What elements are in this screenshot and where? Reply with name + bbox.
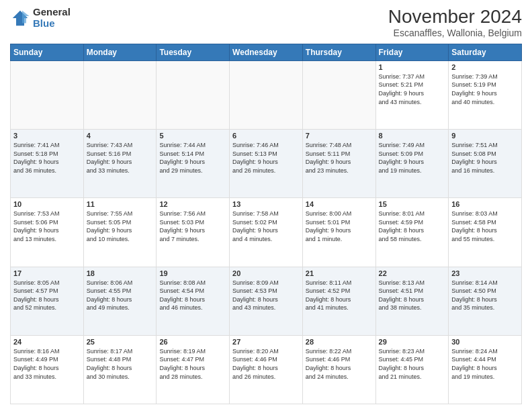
day-info: Sunrise: 8:23 AM Sunset: 4:45 PM Dayligh…	[379, 347, 446, 381]
day-info: Sunrise: 7:46 AM Sunset: 5:13 PM Dayligh…	[232, 141, 300, 175]
day-number: 2	[451, 63, 519, 71]
calendar-cell: 19Sunrise: 8:08 AM Sunset: 4:54 PM Dayli…	[157, 267, 230, 335]
col-header-wednesday: Wednesday	[230, 44, 303, 60]
calendar-cell: 9Sunrise: 7:51 AM Sunset: 5:08 PM Daylig…	[449, 130, 522, 198]
svg-marker-1	[22, 10, 30, 23]
calendar-cell: 26Sunrise: 8:19 AM Sunset: 4:47 PM Dayli…	[157, 335, 230, 404]
day-info: Sunrise: 7:43 AM Sunset: 5:16 PM Dayligh…	[87, 141, 154, 175]
day-info: Sunrise: 7:48 AM Sunset: 5:11 PM Dayligh…	[306, 141, 373, 175]
day-info: Sunrise: 7:51 AM Sunset: 5:08 PM Dayligh…	[451, 141, 519, 175]
day-number: 21	[306, 269, 373, 277]
calendar-cell: 17Sunrise: 8:05 AM Sunset: 4:57 PM Dayli…	[11, 267, 84, 335]
calendar-cell: 8Sunrise: 7:49 AM Sunset: 5:09 PM Daylig…	[375, 130, 449, 198]
day-number: 24	[13, 338, 81, 346]
col-header-thursday: Thursday	[302, 44, 375, 60]
calendar-cell: 24Sunrise: 8:16 AM Sunset: 4:49 PM Dayli…	[11, 335, 84, 404]
day-info: Sunrise: 7:41 AM Sunset: 5:18 PM Dayligh…	[13, 141, 81, 175]
day-number: 6	[232, 132, 300, 140]
calendar-cell: 18Sunrise: 8:06 AM Sunset: 4:55 PM Dayli…	[83, 267, 157, 335]
day-info: Sunrise: 8:16 AM Sunset: 4:49 PM Dayligh…	[13, 347, 81, 381]
day-number: 7	[306, 132, 373, 140]
calendar-cell: 20Sunrise: 8:09 AM Sunset: 4:53 PM Dayli…	[230, 267, 303, 335]
logo-blue: Blue	[33, 18, 71, 30]
day-number: 18	[87, 269, 154, 277]
day-info: Sunrise: 8:19 AM Sunset: 4:47 PM Dayligh…	[159, 347, 226, 381]
day-number: 4	[87, 132, 154, 140]
day-number: 30	[451, 338, 519, 346]
col-header-sunday: Sunday	[11, 44, 84, 60]
day-number: 25	[87, 338, 154, 346]
calendar-cell: 6Sunrise: 7:46 AM Sunset: 5:13 PM Daylig…	[230, 130, 303, 198]
day-number: 19	[159, 269, 226, 277]
calendar-header: SundayMondayTuesdayWednesdayThursdayFrid…	[11, 44, 522, 60]
calendar-cell: 16Sunrise: 8:03 AM Sunset: 4:58 PM Dayli…	[449, 198, 522, 267]
calendar-cell: 1Sunrise: 7:37 AM Sunset: 5:21 PM Daylig…	[375, 60, 449, 129]
day-number: 23	[451, 269, 519, 277]
day-info: Sunrise: 8:13 AM Sunset: 4:51 PM Dayligh…	[379, 279, 446, 312]
day-number: 9	[451, 132, 519, 140]
main-title: November 2024	[388, 7, 522, 28]
logo-text: General Blue	[33, 7, 71, 29]
day-number: 12	[159, 200, 226, 208]
day-info: Sunrise: 8:11 AM Sunset: 4:52 PM Dayligh…	[306, 279, 373, 312]
calendar-cell: 30Sunrise: 8:24 AM Sunset: 4:44 PM Dayli…	[449, 335, 522, 404]
day-info: Sunrise: 7:44 AM Sunset: 5:14 PM Dayligh…	[159, 141, 226, 175]
calendar-cell: 14Sunrise: 8:00 AM Sunset: 5:01 PM Dayli…	[302, 198, 375, 267]
day-number: 22	[379, 269, 446, 277]
header: General Blue November 2024 Escanaffles, …	[10, 7, 522, 38]
day-info: Sunrise: 8:09 AM Sunset: 4:53 PM Dayligh…	[232, 279, 300, 312]
day-info: Sunrise: 8:20 AM Sunset: 4:46 PM Dayligh…	[232, 347, 300, 381]
logo: General Blue	[10, 7, 71, 29]
calendar-cell: 29Sunrise: 8:23 AM Sunset: 4:45 PM Dayli…	[375, 335, 449, 404]
calendar-week-3: 10Sunrise: 7:53 AM Sunset: 5:06 PM Dayli…	[11, 198, 522, 267]
day-number: 1	[379, 63, 446, 71]
title-block: November 2024 Escanaffles, Wallonia, Bel…	[388, 7, 522, 38]
calendar-week-2: 3Sunrise: 7:41 AM Sunset: 5:18 PM Daylig…	[11, 130, 522, 198]
day-info: Sunrise: 8:00 AM Sunset: 5:01 PM Dayligh…	[306, 210, 373, 243]
day-info: Sunrise: 8:22 AM Sunset: 4:46 PM Dayligh…	[306, 347, 373, 381]
day-number: 5	[159, 132, 226, 140]
calendar-cell	[230, 60, 303, 129]
calendar-cell: 12Sunrise: 7:56 AM Sunset: 5:03 PM Dayli…	[157, 198, 230, 267]
calendar-table: SundayMondayTuesdayWednesdayThursdayFrid…	[10, 44, 522, 404]
day-number: 28	[306, 338, 373, 346]
logo-general: General	[33, 7, 71, 18]
day-number: 20	[232, 269, 300, 277]
day-info: Sunrise: 7:58 AM Sunset: 5:02 PM Dayligh…	[232, 210, 300, 243]
day-number: 13	[232, 200, 300, 208]
calendar-cell	[11, 60, 84, 129]
day-info: Sunrise: 8:03 AM Sunset: 4:58 PM Dayligh…	[451, 210, 519, 243]
header-row: SundayMondayTuesdayWednesdayThursdayFrid…	[11, 44, 522, 60]
day-number: 8	[379, 132, 446, 140]
day-info: Sunrise: 8:06 AM Sunset: 4:55 PM Dayligh…	[87, 279, 154, 312]
calendar-cell: 15Sunrise: 8:01 AM Sunset: 4:59 PM Dayli…	[375, 198, 449, 267]
day-number: 15	[379, 200, 446, 208]
day-info: Sunrise: 8:24 AM Sunset: 4:44 PM Dayligh…	[451, 347, 519, 381]
col-header-saturday: Saturday	[449, 44, 522, 60]
calendar-cell: 22Sunrise: 8:13 AM Sunset: 4:51 PM Dayli…	[375, 267, 449, 335]
day-info: Sunrise: 8:14 AM Sunset: 4:50 PM Dayligh…	[451, 279, 519, 312]
calendar-week-5: 24Sunrise: 8:16 AM Sunset: 4:49 PM Dayli…	[11, 335, 522, 404]
calendar-cell: 27Sunrise: 8:20 AM Sunset: 4:46 PM Dayli…	[230, 335, 303, 404]
calendar-body: 1Sunrise: 7:37 AM Sunset: 5:21 PM Daylig…	[11, 60, 522, 404]
day-info: Sunrise: 7:37 AM Sunset: 5:21 PM Dayligh…	[379, 73, 446, 106]
col-header-friday: Friday	[375, 44, 449, 60]
calendar-cell: 3Sunrise: 7:41 AM Sunset: 5:18 PM Daylig…	[11, 130, 84, 198]
calendar-cell: 7Sunrise: 7:48 AM Sunset: 5:11 PM Daylig…	[302, 130, 375, 198]
calendar-cell: 23Sunrise: 8:14 AM Sunset: 4:50 PM Dayli…	[449, 267, 522, 335]
day-number: 17	[13, 269, 81, 277]
calendar-cell: 28Sunrise: 8:22 AM Sunset: 4:46 PM Dayli…	[302, 335, 375, 404]
day-number: 29	[379, 338, 446, 346]
calendar-cell: 11Sunrise: 7:55 AM Sunset: 5:05 PM Dayli…	[83, 198, 157, 267]
day-number: 11	[87, 200, 154, 208]
day-info: Sunrise: 8:01 AM Sunset: 4:59 PM Dayligh…	[379, 210, 446, 243]
day-info: Sunrise: 7:53 AM Sunset: 5:06 PM Dayligh…	[13, 210, 81, 243]
subtitle: Escanaffles, Wallonia, Belgium	[388, 28, 522, 38]
calendar-cell: 2Sunrise: 7:39 AM Sunset: 5:19 PM Daylig…	[449, 60, 522, 129]
calendar-cell	[302, 60, 375, 129]
calendar-cell: 5Sunrise: 7:44 AM Sunset: 5:14 PM Daylig…	[157, 130, 230, 198]
calendar-cell: 25Sunrise: 8:17 AM Sunset: 4:48 PM Dayli…	[83, 335, 157, 404]
calendar-cell	[157, 60, 230, 129]
page: General Blue November 2024 Escanaffles, …	[0, 0, 532, 411]
day-number: 10	[13, 200, 81, 208]
